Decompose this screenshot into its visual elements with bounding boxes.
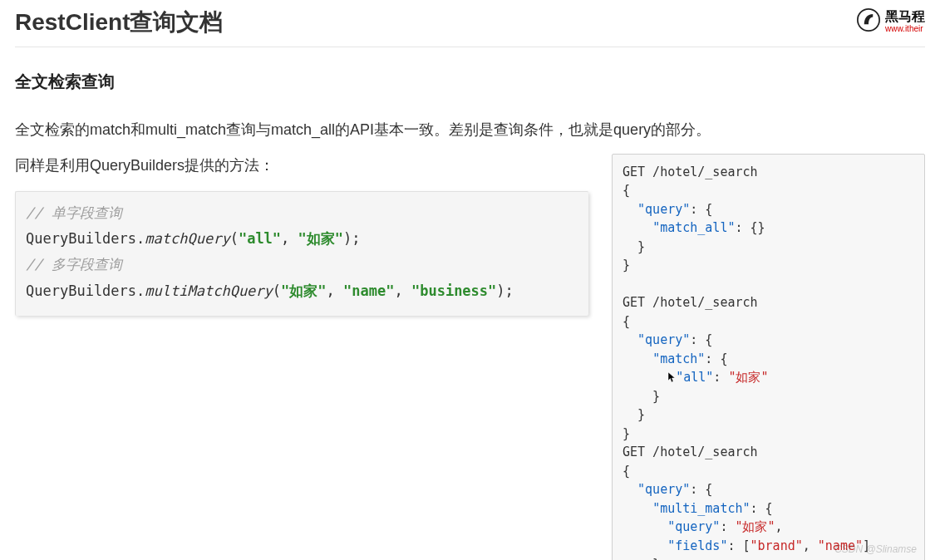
brand-name: 黑马程 xyxy=(885,10,925,23)
json-key: "all" xyxy=(676,370,713,385)
json-code-block: GET /hotel/_search { "query": { "match_a… xyxy=(612,154,925,560)
code-string: "name" xyxy=(343,282,394,299)
cursor-icon xyxy=(667,370,676,381)
intro-paragraph-2: 同样是利用QueryBuilders提供的方法： xyxy=(15,154,597,178)
code-line: GET /hotel/_search xyxy=(623,165,758,179)
code-comment: // 单字段查询 xyxy=(26,204,122,221)
code-text: ( xyxy=(230,230,239,247)
json-key: "multi_match" xyxy=(652,501,750,516)
code-string: "如家" xyxy=(298,230,343,247)
code-text: , xyxy=(281,230,298,247)
body-row: 同样是利用QueryBuilders提供的方法： // 单字段查询 QueryB… xyxy=(15,154,925,560)
doc-title: RestClient查询文档 xyxy=(15,7,223,38)
code-text: ); xyxy=(496,282,513,299)
intro-paragraph-1: 全文检索的match和multi_match查询与match_all的API基本… xyxy=(15,118,925,142)
json-key: "query" xyxy=(637,482,690,497)
code-string: "business" xyxy=(411,282,496,299)
code-method: multiMatchQuery xyxy=(145,282,273,299)
page: RestClient查询文档 黑马程 www.itheir 全文检索查询 全文检… xyxy=(0,0,940,560)
brand-url: www.itheir xyxy=(885,25,923,33)
horse-logo-icon xyxy=(857,8,880,35)
left-column: 同样是利用QueryBuilders提供的方法： // 单字段查询 QueryB… xyxy=(15,154,597,317)
watermark: CSDN @Slinamse xyxy=(834,543,917,555)
code-line: { xyxy=(623,183,630,198)
code-string: "如家" xyxy=(281,282,326,299)
code-line: GET /hotel/_search xyxy=(623,295,758,310)
json-key: "fields" xyxy=(667,538,727,553)
code-string: "all" xyxy=(239,230,281,247)
code-text: , xyxy=(327,282,343,299)
topbar: RestClient查询文档 黑马程 www.itheir xyxy=(15,0,925,47)
code-line: GET /hotel/_search xyxy=(623,445,758,459)
json-key: "match" xyxy=(652,351,705,366)
section-heading: 全文检索查询 xyxy=(15,71,925,93)
code-text: , xyxy=(394,282,411,299)
json-key: "match_all" xyxy=(652,220,735,235)
code-text: ); xyxy=(343,230,360,247)
code-method: matchQuery xyxy=(145,230,229,247)
brand: 黑马程 www.itheir xyxy=(857,8,925,35)
code-text: QueryBuilders. xyxy=(26,282,145,299)
json-key: "query" xyxy=(667,519,720,534)
json-value: "brand" xyxy=(751,538,803,553)
java-code-block: // 单字段查询 QueryBuilders.matchQuery("all",… xyxy=(15,191,588,317)
json-value: "如家" xyxy=(728,370,768,385)
code-text: QueryBuilders. xyxy=(26,230,145,247)
code-comment: // 多字段查询 xyxy=(26,256,122,273)
json-key: "query" xyxy=(637,202,690,217)
json-key: "query" xyxy=(637,332,690,347)
code-text: ( xyxy=(273,282,281,299)
json-value: "如家" xyxy=(735,519,775,534)
